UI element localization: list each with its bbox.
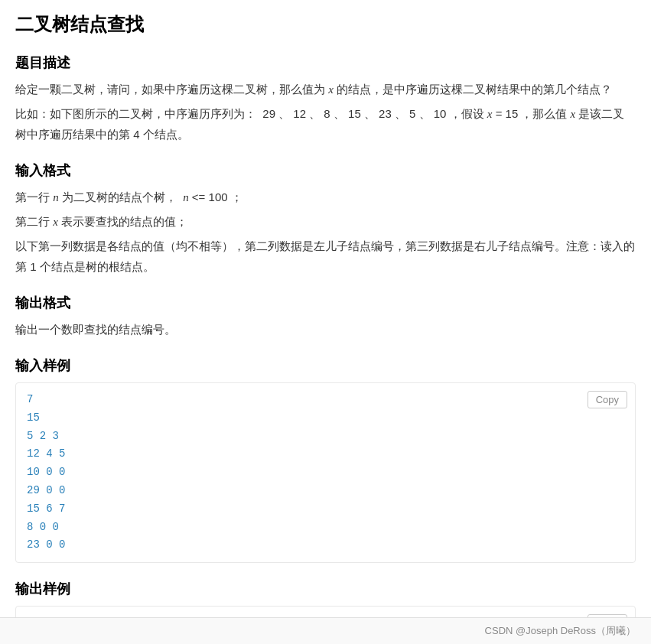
page-title: 二叉树结点查找 <box>15 12 636 37</box>
input-line-3: 以下第一列数据是各结点的值（均不相等），第二列数据是左儿子结点编号，第三列数据是… <box>15 236 636 277</box>
section-input-example-title: 输入样例 <box>15 356 636 375</box>
section-output-format-title: 输出格式 <box>15 294 636 312</box>
input-line-2: 第二行 x 表示要查找的结点的值； <box>15 212 636 232</box>
section-output-example-title: 输出样例 <box>15 580 636 598</box>
description-content: 给定一颗二叉树，请问，如果中序遍历这棵二叉树，那么值为 x 的结点，是中序遍历这… <box>15 80 636 145</box>
input-example-block: 7 15 5 2 3 12 4 5 10 0 0 29 0 0 15 6 7 8… <box>15 382 636 563</box>
input-line-1: 第一行 n 为二叉树的结点个树， n <= 100 ； <box>15 187 636 207</box>
input-copy-button[interactable]: Copy <box>588 391 627 408</box>
section-description-title: 题目描述 <box>15 54 636 72</box>
output-line-1: 输出一个数即查找的结点编号。 <box>15 320 636 340</box>
desc-para-1: 给定一颗二叉树，请问，如果中序遍历这棵二叉树，那么值为 x 的结点，是中序遍历这… <box>15 80 636 99</box>
footer-bar: CSDN @Joseph DeRoss（周曦） <box>0 617 651 644</box>
output-format-content: 输出一个数即查找的结点编号。 <box>15 320 636 340</box>
input-format-content: 第一行 n 为二叉树的结点个树， n <= 100 ； 第二行 x 表示要查找的… <box>15 187 636 277</box>
desc-para-2: 比如：如下图所示的二叉树，中序遍历序列为： 29 、 12 、 8 、 15 、… <box>15 104 636 145</box>
input-example-code: 7 15 5 2 3 12 4 5 10 0 0 29 0 0 15 6 7 8… <box>27 391 581 555</box>
footer-text: CSDN @Joseph DeRoss（周曦） <box>485 625 636 636</box>
section-input-format-title: 输入格式 <box>15 161 636 180</box>
